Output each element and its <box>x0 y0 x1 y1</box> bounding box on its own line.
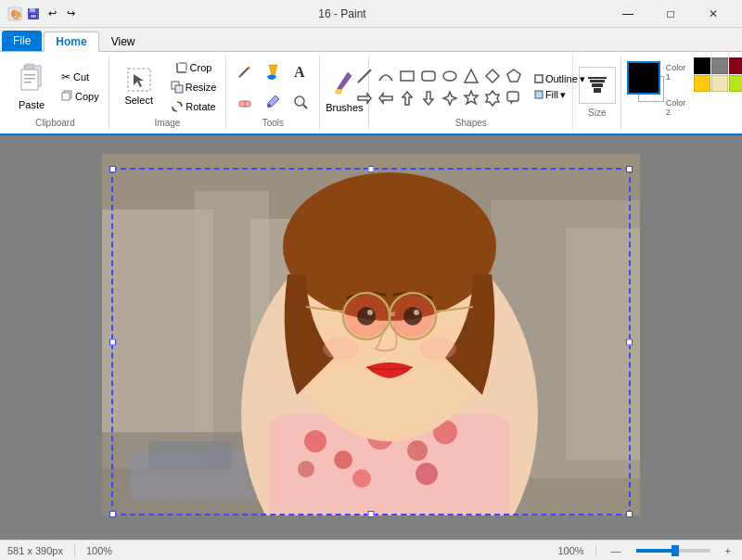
handle-top-middle[interactable] <box>368 166 375 172</box>
tab-view[interactable]: View <box>99 31 147 51</box>
shape-callout[interactable] <box>504 88 524 108</box>
svg-point-37 <box>443 71 456 81</box>
shape-diamond[interactable] <box>482 66 503 86</box>
svg-point-88 <box>419 337 456 360</box>
crop-label: Crop <box>190 62 212 73</box>
close-button[interactable]: ✕ <box>692 0 735 28</box>
status-divider-1 <box>74 544 75 557</box>
clipboard-content: Paste ✂ Cut Copy <box>7 57 103 116</box>
svg-marker-15 <box>134 74 144 87</box>
fill-tool[interactable] <box>260 58 286 84</box>
svg-marker-46 <box>465 91 478 104</box>
svg-marker-39 <box>486 70 499 83</box>
svg-rect-7 <box>21 70 38 90</box>
app-icon: 🎨 <box>7 6 22 21</box>
shape-arrow-down[interactable] <box>418 88 439 108</box>
shape-star4[interactable] <box>440 88 460 108</box>
active-colors: Color 1 Color 2 <box>627 61 690 117</box>
select-label: Select <box>124 95 153 106</box>
window-controls[interactable]: — □ ✕ <box>607 0 735 28</box>
shape-star5[interactable] <box>461 88 481 108</box>
canvas-area[interactable] <box>0 135 742 540</box>
rotate-label: Rotate <box>186 101 215 112</box>
color1-swatch[interactable] <box>627 61 660 95</box>
zoom-slider-thumb[interactable] <box>672 545 679 556</box>
color2-label: Color 2 <box>666 98 690 117</box>
palette-color-#efe4b0[interactable] <box>711 75 728 92</box>
cut-button[interactable]: ✂ Cut <box>58 68 103 86</box>
handle-bottom-right[interactable] <box>626 511 633 517</box>
size-line-3 <box>592 83 603 87</box>
svg-text:🎨: 🎨 <box>10 8 22 20</box>
text-tool[interactable]: A <box>288 58 313 84</box>
save-quick-btn[interactable] <box>26 6 41 21</box>
shape-arrow-up[interactable] <box>397 88 417 108</box>
svg-point-69 <box>352 469 371 488</box>
shape-curve[interactable] <box>376 66 396 86</box>
tab-file[interactable]: File <box>2 31 42 51</box>
shape-star6[interactable] <box>482 88 503 108</box>
quick-access-toolbar[interactable]: 🎨 ↩ ↪ <box>7 6 78 21</box>
size-content: Size <box>579 57 616 126</box>
paste-button[interactable]: Paste <box>7 57 56 115</box>
handle-bottom-left[interactable] <box>109 511 116 517</box>
svg-marker-49 <box>510 101 513 105</box>
eraser-tool[interactable] <box>232 89 258 115</box>
size-selector[interactable] <box>579 67 616 104</box>
size-label <box>579 126 615 128</box>
shape-arrow-left[interactable] <box>376 88 396 108</box>
svg-rect-8 <box>25 64 34 70</box>
handle-top-left[interactable] <box>109 166 116 172</box>
ribbon-tab-bar: File Home View <box>0 28 742 52</box>
redo-quick-btn[interactable]: ↪ <box>63 6 78 21</box>
shape-ellipse[interactable] <box>440 66 460 86</box>
magnifier-tool[interactable] <box>288 89 313 115</box>
svg-rect-10 <box>24 78 35 80</box>
clipboard-group: Paste ✂ Cut Copy Clipboard <box>2 56 109 130</box>
cut-icon: ✂ <box>61 70 70 83</box>
select-button[interactable]: Select <box>115 57 163 115</box>
image-content: Select Crop Resiz <box>115 57 221 116</box>
canvas-image[interactable] <box>102 154 640 515</box>
copy-button[interactable]: Copy <box>58 87 103 106</box>
shape-pentagon[interactable] <box>504 66 524 86</box>
shape-line[interactable] <box>354 66 375 86</box>
palette-color-#880015[interactable] <box>729 57 742 74</box>
resize-button[interactable]: Resize <box>167 78 221 96</box>
svg-point-63 <box>304 430 326 452</box>
copy-icon <box>61 90 72 103</box>
palette-color-#b5e61d[interactable] <box>729 75 742 92</box>
pencil-tool[interactable] <box>232 58 258 84</box>
tab-home[interactable]: Home <box>44 32 98 52</box>
svg-rect-3 <box>30 8 35 12</box>
zoom-in-button[interactable]: + <box>722 545 735 556</box>
palette-color-#7f7f7f[interactable] <box>711 57 728 74</box>
minimize-button[interactable]: — <box>607 0 649 28</box>
dropper-tool[interactable] <box>260 89 286 115</box>
crop-button[interactable]: Crop <box>172 58 216 77</box>
handle-right-middle[interactable] <box>626 338 633 345</box>
clipboard-small-buttons: ✂ Cut Copy <box>58 57 103 116</box>
handle-bottom-middle[interactable] <box>368 511 375 517</box>
shape-arrow-right[interactable] <box>354 88 375 108</box>
zoom-slider[interactable] <box>636 549 710 553</box>
zoom-out-button[interactable]: — <box>608 545 625 556</box>
color-palette <box>694 57 742 92</box>
image-tools-col: Crop Resize Rotate <box>167 57 221 116</box>
rotate-button[interactable]: Rotate <box>167 97 219 116</box>
svg-marker-42 <box>379 94 392 103</box>
palette-color-#ffc90e[interactable] <box>694 75 710 92</box>
handle-left-middle[interactable] <box>109 338 116 345</box>
tools-content: A <box>232 57 313 116</box>
svg-line-32 <box>303 105 307 108</box>
shapes-content: Outline ▾ Fill ▾ <box>354 57 588 116</box>
shape-triangle[interactable] <box>461 66 481 86</box>
shape-rect[interactable] <box>397 66 417 86</box>
palette-color-#000000[interactable] <box>694 57 710 74</box>
copy-label: Copy <box>75 91 99 102</box>
maximize-button[interactable]: □ <box>649 0 692 28</box>
shape-round-rect[interactable] <box>418 66 439 86</box>
undo-quick-btn[interactable]: ↩ <box>45 6 59 21</box>
handle-top-right[interactable] <box>626 166 633 172</box>
shapes-grid <box>354 66 524 108</box>
